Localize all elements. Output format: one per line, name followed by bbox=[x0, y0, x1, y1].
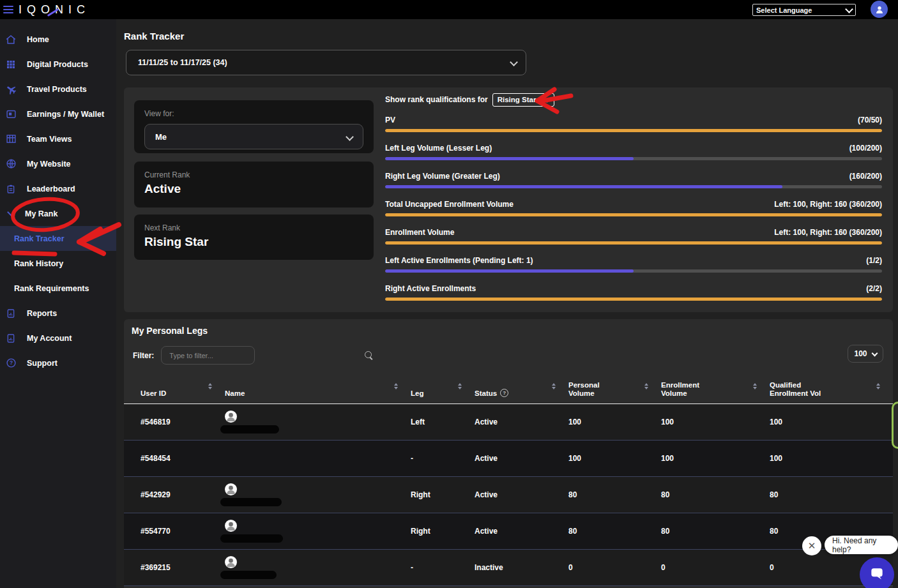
sort-qualified-enrollment-vol[interactable] bbox=[876, 383, 880, 389]
language-select[interactable]: Select Language bbox=[752, 4, 856, 16]
svg-text:?: ? bbox=[9, 359, 12, 366]
rank-tracker-screen: IQONIC Select Language Home Digital Prod… bbox=[0, 0, 898, 588]
sort-status[interactable] bbox=[552, 383, 556, 389]
redacted-name bbox=[220, 571, 277, 579]
per-page-value: 100 bbox=[854, 349, 867, 358]
sidebar-item-my-website[interactable]: My Website bbox=[0, 151, 116, 176]
table-row: #542929 Right Active 80 80 80 bbox=[124, 476, 893, 513]
avatar-icon bbox=[225, 556, 237, 568]
cell-personal-volume: 100 bbox=[568, 418, 661, 426]
account-icon bbox=[5, 333, 17, 344]
plane-icon bbox=[5, 84, 17, 95]
view-for-select[interactable]: Me bbox=[144, 124, 363, 149]
cell-leg: Right bbox=[411, 527, 475, 536]
progress-total-uncapped-enrollment-volume: Total Uncapped Enrollment VolumeLeft: 10… bbox=[385, 200, 882, 216]
cell-enrollment-volume: 0 bbox=[661, 563, 770, 572]
filter-input[interactable] bbox=[161, 346, 255, 365]
progress-bar bbox=[385, 129, 882, 132]
cell-leg: Left bbox=[411, 418, 475, 426]
sidebar-item-travel-products[interactable]: Travel Products bbox=[0, 77, 116, 102]
progress-bar bbox=[385, 241, 882, 245]
page-title: Rank Tracker bbox=[124, 31, 184, 41]
clipboard-icon bbox=[5, 183, 17, 195]
per-page-select[interactable]: 100 bbox=[848, 345, 883, 363]
rank-qualification-select[interactable]: Rising Star bbox=[492, 93, 555, 107]
personal-legs-title: My Personal Legs bbox=[132, 326, 208, 336]
chevron-down-icon bbox=[845, 5, 853, 13]
chevron-down-icon bbox=[871, 350, 878, 356]
chat-close-button[interactable]: ✕ bbox=[802, 536, 821, 555]
cell-enrollment-volume: 80 bbox=[661, 527, 770, 536]
current-rank-value: Active bbox=[144, 182, 363, 196]
brand-logo: IQONIC bbox=[19, 3, 90, 17]
cell-qualified-enrollment-vol: 80 bbox=[770, 527, 893, 536]
sidebar-item-my-account[interactable]: My Account bbox=[0, 326, 116, 351]
cell-enrollment-volume: 100 bbox=[661, 454, 770, 463]
grid-icon bbox=[5, 59, 17, 70]
qualifications-column: Show rank qualifications for Rising Star… bbox=[385, 93, 882, 313]
sidebar-item-support[interactable]: ? Support bbox=[0, 351, 116, 375]
chat-greeting[interactable]: Hi. Need any help? bbox=[825, 536, 898, 554]
feedback-edge-tab[interactable] bbox=[892, 402, 898, 449]
cell-status: Active bbox=[475, 490, 568, 499]
filter-label: Filter: bbox=[133, 351, 154, 360]
table-row: #546819 Left Active 100 100 100 bbox=[124, 404, 893, 440]
cell-leg: - bbox=[411, 454, 475, 463]
progress-bar bbox=[385, 157, 882, 160]
question-icon: ? bbox=[5, 358, 17, 369]
home-icon bbox=[5, 34, 17, 45]
cell-qualified-enrollment-vol: 100 bbox=[770, 454, 893, 463]
progress-bar bbox=[385, 185, 882, 188]
avatar-icon bbox=[225, 411, 237, 423]
sort-leg[interactable] bbox=[458, 383, 462, 389]
qualifications-label: Show rank qualifications for bbox=[385, 95, 488, 104]
hamburger-menu-icon[interactable] bbox=[3, 6, 13, 13]
table-row: #548454 - Active 100 100 100 bbox=[124, 440, 893, 476]
redacted-name bbox=[220, 454, 225, 463]
sort-user-id[interactable] bbox=[208, 383, 212, 389]
sidebar-item-earnings-wallet[interactable]: Earnings / My Wallet bbox=[0, 102, 116, 126]
cell-personal-volume: 80 bbox=[568, 527, 661, 536]
chat-launcher-button[interactable] bbox=[860, 557, 894, 588]
redacted-name bbox=[220, 425, 279, 433]
cell-user-id: #548454 bbox=[124, 454, 225, 463]
sidebar-item-rank-tracker[interactable]: Rank Tracker bbox=[0, 226, 116, 251]
view-for-card: View for: Me bbox=[134, 100, 374, 153]
sidebar-item-reports[interactable]: Reports bbox=[0, 301, 116, 326]
progress-enrollment-volume: Enrollment VolumeLeft: 100, Right: 160 (… bbox=[385, 229, 882, 245]
table-row: #554770 Right Active 80 80 80 bbox=[124, 513, 893, 549]
chevron-down-icon bbox=[7, 208, 15, 216]
sidebar-item-rank-requirements[interactable]: Rank Requirements bbox=[0, 276, 116, 301]
chevron-down-icon bbox=[544, 96, 551, 102]
date-range-select[interactable]: 11/11/25 to 11/17/25 (34) bbox=[126, 50, 526, 75]
sort-enrollment-volume[interactable] bbox=[753, 383, 757, 389]
language-select-value: Select Language bbox=[756, 6, 812, 14]
cell-enrollment-volume: 80 bbox=[661, 490, 770, 499]
chevron-down-icon bbox=[510, 58, 518, 66]
sort-personal-volume[interactable] bbox=[644, 383, 648, 389]
sidebar-item-digital-products[interactable]: Digital Products bbox=[0, 52, 116, 77]
sidebar-item-home[interactable]: Home bbox=[0, 27, 116, 52]
chat-bubble-icon bbox=[869, 566, 885, 583]
status-help-icon[interactable]: ? bbox=[500, 389, 508, 397]
cell-personal-volume: 80 bbox=[568, 490, 661, 499]
user-avatar[interactable] bbox=[871, 1, 888, 18]
sidebar-item-rank-history[interactable]: Rank History bbox=[0, 251, 116, 276]
sidebar-item-leaderboard[interactable]: Leaderboard bbox=[0, 176, 116, 201]
sort-name[interactable] bbox=[394, 383, 398, 389]
topbar: IQONIC Select Language bbox=[0, 0, 898, 19]
chevron-down-icon bbox=[346, 133, 354, 141]
table-header: User ID Name Leg Status? Personal Volume… bbox=[124, 374, 893, 403]
cell-qualified-enrollment-vol: 100 bbox=[770, 418, 893, 426]
wallet-icon bbox=[5, 109, 17, 120]
progress-bar bbox=[385, 269, 882, 273]
person-icon bbox=[874, 4, 885, 15]
sidebar-item-team-views[interactable]: Team Views bbox=[0, 126, 116, 151]
cell-qualified-enrollment-vol: 80 bbox=[770, 490, 893, 499]
cell-status: Active bbox=[475, 418, 568, 426]
current-rank-card: Current Rank Active bbox=[134, 162, 374, 207]
table-body: #546819 Left Active 100 100 100 #548454 bbox=[124, 403, 893, 586]
sidebar-item-my-rank[interactable]: My Rank bbox=[0, 201, 116, 226]
cell-name bbox=[225, 454, 411, 463]
cell-personal-volume: 0 bbox=[568, 563, 661, 572]
